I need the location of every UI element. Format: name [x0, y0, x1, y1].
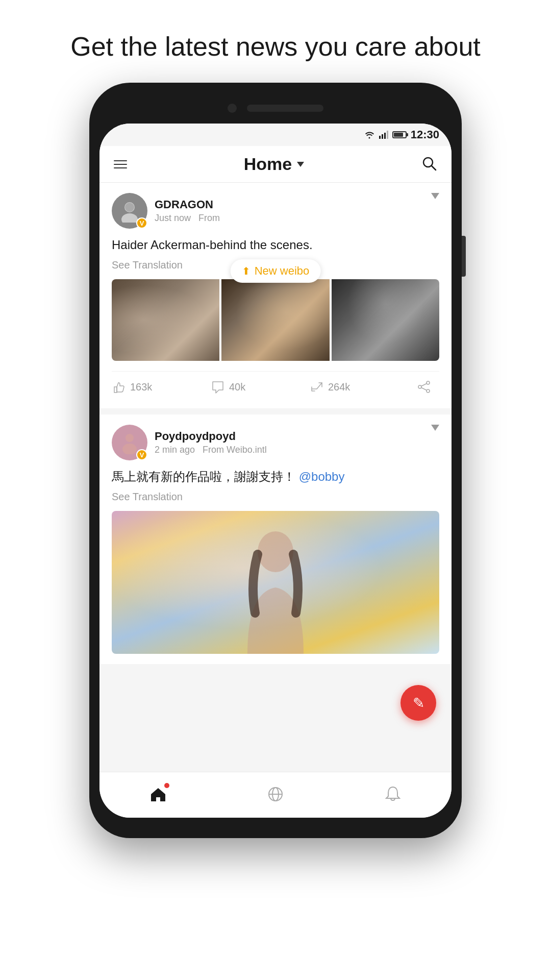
page-headline: Get the latest news you care about [30, 0, 521, 83]
explore-icon [266, 785, 285, 803]
search-icon [421, 155, 437, 172]
svg-point-8 [125, 203, 134, 212]
new-weibo-arrow-icon: ⬆ [242, 265, 251, 277]
dropdown-arrow-icon [297, 162, 304, 167]
like-count: 163k [130, 381, 152, 393]
post-time: Just now From [155, 213, 220, 224]
home-icon [149, 785, 167, 803]
portrait-figure [240, 521, 311, 654]
post-header: V GDRAGON Just now From [112, 193, 439, 229]
svg-point-9 [427, 381, 430, 384]
chevron-down-icon[interactable] [431, 193, 439, 199]
post-card: V GDRAGON Just now From Hai [99, 183, 452, 408]
signal-icon [379, 131, 388, 139]
post-content: Haider Ackerman-behind the scenes. [112, 236, 439, 254]
svg-point-15 [122, 444, 137, 454]
engagement-bar: 163k 40k 264k [112, 371, 439, 398]
post-header-2: V Poydpoydpoyd 2 min ago From Weibo.intl [112, 425, 439, 460]
wifi-icon [364, 131, 375, 139]
comment-icon [211, 380, 225, 394]
phone-screen: 12:30 Home ⬆ [99, 124, 452, 818]
header-title-text: Home [244, 154, 292, 174]
time-text-2: 2 min ago [155, 445, 195, 455]
svg-point-11 [418, 385, 421, 388]
nav-notifications-button[interactable] [384, 785, 402, 803]
new-weibo-label: New weibo [255, 264, 310, 278]
source-text: From [198, 213, 220, 223]
post-card-2: V Poydpoydpoyd 2 min ago From Weibo.intl [99, 414, 452, 664]
svg-point-14 [126, 434, 134, 442]
username-2: Poydpoydpoyd [155, 430, 267, 443]
username: GDRAGON [155, 198, 220, 211]
share-button[interactable] [409, 380, 439, 394]
phone-camera [228, 104, 237, 113]
time-text: Just now [155, 213, 191, 223]
repost-button[interactable]: 264k [310, 376, 409, 398]
home-notification-dot [164, 783, 169, 788]
search-button[interactable] [421, 155, 437, 174]
compose-fab-button[interactable]: ✎ [400, 685, 436, 721]
new-weibo-badge[interactable]: ⬆ New weibo [231, 259, 321, 283]
phone-frame: 12:30 Home ⬆ [89, 83, 462, 838]
svg-point-16 [258, 531, 293, 572]
mention-link[interactable]: @bobby [299, 470, 345, 483]
post-image-2[interactable] [221, 279, 329, 361]
menu-line-3 [114, 167, 127, 168]
post-image-grid [112, 279, 439, 361]
comment-count: 40k [229, 381, 245, 393]
header-title[interactable]: Home [244, 154, 304, 174]
verified-badge-2: V [136, 449, 147, 460]
status-bar: 12:30 [99, 124, 452, 146]
menu-line-2 [114, 164, 127, 165]
like-button[interactable]: 163k [112, 376, 211, 398]
post-image-1[interactable] [112, 279, 219, 361]
repost-count: 264k [328, 381, 350, 393]
svg-point-10 [427, 389, 430, 393]
pencil-icon: ✎ [413, 695, 424, 712]
bottom-nav [99, 772, 452, 818]
svg-rect-2 [384, 133, 386, 139]
nav-explore-button[interactable] [266, 785, 285, 803]
status-icons: 12:30 [364, 128, 439, 141]
bell-icon [384, 785, 402, 803]
post-content-2: 馬上就有新的作品啦，謝謝支持！ @bobby [112, 468, 439, 486]
post-image-3[interactable] [332, 279, 439, 361]
user-meta: GDRAGON Just now From [155, 198, 220, 224]
post-user-info-2: V Poydpoydpoyd 2 min ago From Weibo.intl [112, 425, 267, 460]
comment-button[interactable]: 40k [211, 376, 310, 398]
avatar-wrapper-2: V [112, 425, 147, 460]
phone-top-bar [99, 93, 452, 124]
post-time-2: 2 min ago From Weibo.intl [155, 445, 267, 455]
share-icon [417, 380, 431, 394]
post-user-info: V GDRAGON Just now From [112, 193, 220, 229]
like-icon [112, 380, 126, 394]
repost-icon [310, 380, 324, 394]
svg-line-12 [421, 384, 427, 386]
svg-rect-1 [382, 134, 383, 139]
phone-side-button [462, 236, 466, 277]
status-time: 12:30 [411, 128, 439, 141]
phone-speaker [247, 105, 323, 112]
chevron-down-icon-2[interactable] [431, 425, 439, 431]
see-translation-button-2[interactable]: See Translation [112, 491, 439, 503]
svg-line-5 [432, 166, 436, 170]
post-image-single[interactable] [112, 511, 439, 654]
avatar-wrapper: V [112, 193, 147, 229]
svg-point-7 [121, 213, 138, 223]
app-header: Home [99, 146, 452, 183]
verified-badge: V [136, 217, 147, 229]
source-text-2: From Weibo.intl [203, 445, 267, 455]
svg-rect-3 [387, 131, 388, 139]
svg-rect-0 [379, 136, 381, 139]
nav-home-button[interactable] [149, 785, 167, 803]
post-text-2: 馬上就有新的作品啦，謝謝支持！ [112, 470, 295, 483]
svg-line-13 [421, 388, 427, 390]
menu-icon[interactable] [114, 160, 127, 168]
menu-line-1 [114, 160, 127, 161]
user-meta-2: Poydpoydpoyd 2 min ago From Weibo.intl [155, 430, 267, 455]
battery-icon [392, 131, 407, 138]
